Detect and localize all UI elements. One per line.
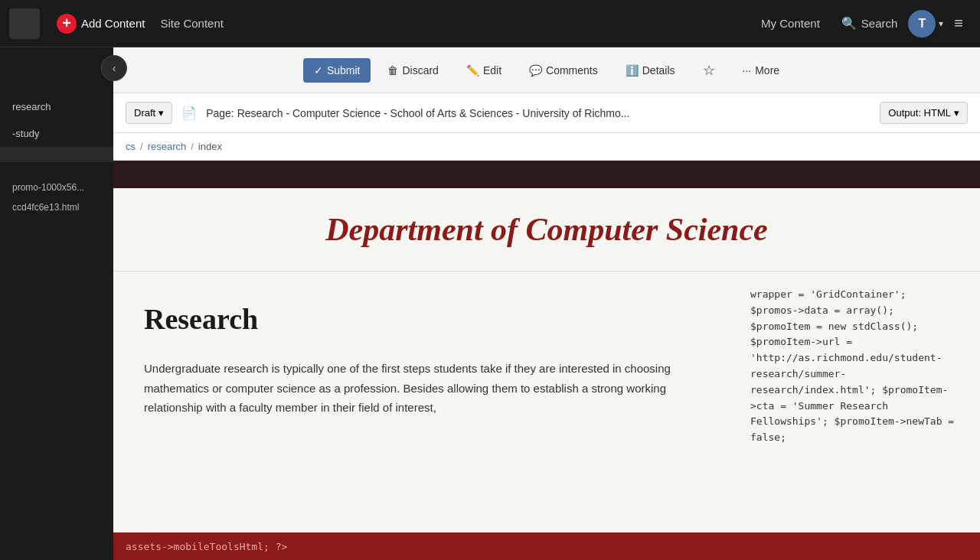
draft-label: Draft — [134, 107, 155, 119]
preview-text-section: Research Undergraduate research is typic… — [113, 272, 735, 532]
sidebar-item-study[interactable]: -study — [0, 120, 113, 147]
avatar[interactable]: T — [908, 10, 936, 37]
output-label: Output: HTML — [888, 107, 951, 119]
trash-icon: 🗑 — [387, 64, 398, 77]
hamburger-icon[interactable]: ≡ — [946, 8, 971, 38]
sidebar-file-html-label: ccd4fc6e13.html — [12, 202, 79, 213]
action-bar: ✓ Submit 🗑 Discard ✏️ Edit 💬 Comments ℹ️… — [113, 47, 980, 93]
search-label: Search — [861, 17, 898, 30]
preview-content-area: Research Undergraduate research is typic… — [113, 272, 980, 532]
sidebar-toggle-button[interactable]: ‹ — [101, 55, 127, 81]
page-title: Page: Research - Computer Science - Scho… — [206, 107, 871, 119]
comments-label: Comments — [546, 64, 598, 77]
sidebar-file-promo[interactable]: promo-1000x56... — [0, 177, 113, 197]
details-label: Details — [642, 64, 675, 77]
breadcrumb-sep-1: / — [140, 141, 143, 152]
breadcrumb: cs / research / index — [113, 133, 980, 161]
sidebar-study-label: -study — [12, 128, 39, 139]
edit-label: Edit — [483, 64, 501, 77]
search-button[interactable]: 🔍 Search — [831, 10, 909, 37]
my-content-button[interactable]: My Content — [750, 11, 831, 36]
sidebar-file-html[interactable]: ccd4fc6e13.html — [0, 197, 113, 217]
dept-title: Department of Computer Science — [129, 211, 965, 248]
page-icon: 📄 — [181, 106, 197, 120]
page-title-bar: Draft ▾ 📄 Page: Research - Computer Scie… — [113, 93, 980, 133]
avatar-chevron-icon[interactable]: ▾ — [936, 18, 946, 29]
sidebar-file-promo-label: promo-1000x56... — [12, 182, 84, 193]
breadcrumb-index: index — [198, 141, 222, 152]
preview-code-section: wrapper = 'GridContainer'; $promos->data… — [735, 272, 980, 532]
page-preview: Department of Computer Science Research … — [113, 161, 980, 560]
main-layout: ‹ research -study promo-1000x56... ccd4f… — [0, 47, 980, 560]
star-button[interactable]: ☆ — [692, 56, 726, 85]
sidebar-item-research[interactable]: research — [0, 93, 113, 120]
breadcrumb-sep-2: / — [191, 141, 194, 152]
submit-label: Submit — [327, 64, 361, 77]
code-block: wrapper = 'GridContainer'; $promos->data… — [750, 287, 965, 446]
more-button[interactable]: ··· More — [732, 58, 791, 83]
sidebar-research-label: research — [12, 101, 51, 112]
comment-icon: 💬 — [529, 64, 542, 77]
preview-title-section: Department of Computer Science — [113, 188, 980, 272]
search-icon: 🔍 — [841, 16, 857, 31]
output-chevron-icon: ▾ — [954, 107, 959, 119]
research-heading: Research — [144, 302, 704, 336]
site-content-button[interactable]: Site Content — [152, 11, 231, 36]
plus-icon: + — [57, 14, 77, 34]
pencil-icon: ✏️ — [466, 64, 479, 77]
sidebar-item-active[interactable] — [0, 147, 113, 162]
top-nav: + Add Content Site Content My Content 🔍 … — [0, 0, 980, 47]
more-label: More — [755, 64, 779, 77]
avatar-letter: T — [918, 17, 926, 31]
info-icon: ℹ️ — [626, 64, 639, 77]
check-icon: ✓ — [314, 64, 323, 77]
my-content-label: My Content — [761, 17, 820, 30]
draft-dropdown-button[interactable]: Draft ▾ — [126, 102, 172, 124]
add-content-button[interactable]: + Add Content — [49, 8, 152, 40]
discard-button[interactable]: 🗑 Discard — [377, 58, 449, 83]
site-content-label: Site Content — [160, 17, 224, 30]
comments-button[interactable]: 💬 Comments — [518, 58, 609, 83]
preview-header-bar — [113, 161, 980, 188]
content-area: ✓ Submit 🗑 Discard ✏️ Edit 💬 Comments ℹ️… — [113, 47, 980, 560]
star-icon: ☆ — [703, 62, 715, 79]
breadcrumb-research[interactable]: research — [148, 141, 187, 152]
logo-box — [9, 8, 40, 39]
sidebar: ‹ research -study promo-1000x56... ccd4f… — [0, 47, 113, 560]
output-dropdown[interactable]: Output: HTML ▾ — [880, 102, 968, 124]
research-text: Undergraduate research is typically one … — [144, 359, 704, 418]
discard-label: Discard — [402, 64, 438, 77]
details-button[interactable]: ℹ️ Details — [615, 58, 686, 83]
add-content-label: Add Content — [81, 17, 145, 30]
draft-chevron-icon: ▾ — [158, 107, 164, 119]
preview-body: Department of Computer Science Research … — [113, 188, 980, 560]
footer-code: assets->mobileToolsHtml; ?> — [126, 541, 287, 552]
breadcrumb-cs[interactable]: cs — [126, 141, 136, 152]
edit-button[interactable]: ✏️ Edit — [456, 58, 512, 83]
submit-button[interactable]: ✓ Submit — [303, 58, 371, 83]
more-dots-icon: ··· — [743, 64, 752, 77]
preview-footer-bar: assets->mobileToolsHtml; ?> — [113, 532, 980, 560]
